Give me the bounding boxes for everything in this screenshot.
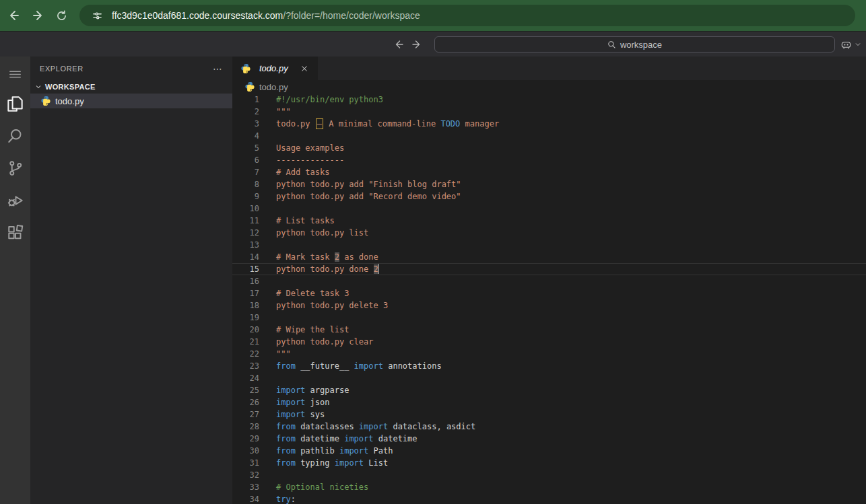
browser-refresh-button[interactable] [51,5,71,26]
workspace-section-header[interactable]: WORKSPACE [30,80,232,94]
code-line-30[interactable]: 30from pathlib import Path [232,445,866,457]
code-line-15[interactable]: 15python todo.py done 2 [232,263,866,275]
editor-back-button[interactable] [391,36,407,52]
site-info-button[interactable] [88,6,106,25]
code-text: python todo.py add "Record demo video" [276,190,461,203]
activity-search[interactable] [0,120,30,152]
code-line-25[interactable]: 25import argparse [232,384,866,396]
browser-forward-button[interactable] [28,5,48,26]
code-line-27[interactable]: 27import sys [232,408,866,421]
line-number[interactable]: 19 [232,312,259,324]
line-number[interactable]: 7 [232,166,259,178]
code-line-4[interactable]: 4 [232,130,866,142]
line-number[interactable]: 18 [232,299,259,312]
code-line-24[interactable]: 24 [232,372,866,384]
more-actions-icon[interactable]: ⋯ [213,63,223,74]
line-number[interactable]: 26 [232,396,259,408]
line-number[interactable]: 3 [232,118,259,130]
file-label: todo.py [55,96,84,106]
line-number[interactable]: 23 [232,360,259,372]
code-line-22[interactable]: 22""" [232,348,866,360]
activity-run-debug[interactable] [0,184,30,217]
breadcrumb-file[interactable]: todo.py [259,82,288,92]
line-number[interactable]: 16 [232,275,259,287]
code-line-28[interactable]: 28from dataclasses import dataclass, asd… [232,421,866,433]
code-line-34[interactable]: 34try: [232,493,866,504]
activity-extensions[interactable] [0,217,30,249]
code-line-17[interactable]: 17# Delete task 3 [232,287,866,299]
editor-group: todo.py todo.py 1#!/usr/bin/env python32… [232,57,866,504]
menu-button[interactable] [0,61,30,87]
code-line-8[interactable]: 8python todo.py add "Finish blog draft" [232,178,866,190]
account-menu[interactable] [840,36,862,53]
line-number[interactable]: 33 [232,481,259,493]
code-line-31[interactable]: 31from typing import List [232,457,866,469]
close-tab-button[interactable] [298,62,311,75]
code-editor[interactable]: 1#!/usr/bin/env python32"""3todo.py – A … [232,94,866,504]
code-line-1[interactable]: 1#!/usr/bin/env python3 [232,94,866,106]
code-line-3[interactable]: 3todo.py – A minimal command-line TODO m… [232,118,866,130]
code-line-11[interactable]: 11# List tasks [232,215,866,227]
line-number[interactable]: 20 [232,324,259,336]
code-line-7[interactable]: 7# Add tasks [232,166,866,178]
line-number[interactable]: 11 [232,215,259,227]
line-number[interactable]: 34 [232,493,259,504]
line-number[interactable]: 2 [232,106,259,118]
code-text: # Mark task 2 as done [276,251,378,263]
code-line-32[interactable]: 32 [232,469,866,481]
code-line-29[interactable]: 29from datetime import datetime [232,433,866,445]
line-number[interactable]: 21 [232,336,259,348]
line-number[interactable]: 13 [232,239,259,251]
line-number[interactable]: 28 [232,421,259,433]
line-number[interactable]: 30 [232,445,259,457]
code-line-21[interactable]: 21python todo.py clear [232,336,866,348]
code-line-6[interactable]: 6-------------- [232,154,866,166]
code-line-9[interactable]: 9python todo.py add "Record demo video" [232,190,866,203]
activity-source-control[interactable] [0,152,30,184]
line-number[interactable]: 8 [232,178,259,190]
code-line-14[interactable]: 14# Mark task 2 as done [232,251,866,263]
line-number[interactable]: 10 [232,203,259,215]
code-line-23[interactable]: 23from __future__ import annotations [232,360,866,372]
line-number[interactable]: 27 [232,408,259,421]
tune-sliders-icon [92,10,103,22]
line-number[interactable]: 22 [232,348,259,360]
code-line-18[interactable]: 18python todo.py delete 3 [232,299,866,312]
code-line-13[interactable]: 13 [232,239,866,251]
line-number[interactable]: 9 [232,190,259,203]
code-line-16[interactable]: 16 [232,275,866,287]
line-number[interactable]: 24 [232,372,259,384]
line-number[interactable]: 6 [232,154,259,166]
line-number[interactable]: 25 [232,384,259,396]
line-number[interactable]: 4 [232,130,259,142]
command-center-label: workspace [620,40,662,50]
file-row-todo.py[interactable]: todo.py [30,94,232,108]
line-number[interactable]: 5 [232,142,259,154]
code-line-19[interactable]: 19 [232,312,866,324]
line-number[interactable]: 1 [232,94,259,106]
code-line-2[interactable]: 2""" [232,106,866,118]
tab-todo-py[interactable]: todo.py [232,57,318,80]
line-number[interactable]: 12 [232,227,259,239]
address-bar[interactable]: ffc3d9c1e0daf681.code.coursestack.com/?f… [79,5,855,26]
browser-back-button[interactable] [3,5,24,26]
line-number[interactable]: 31 [232,457,259,469]
code-line-10[interactable]: 10 [232,203,866,215]
code-line-20[interactable]: 20# Wipe the list [232,324,866,336]
url-text[interactable]: ffc3d9c1e0daf681.code.coursestack.com/?f… [112,10,420,21]
line-number[interactable]: 14 [232,251,259,263]
code-text: # Optional niceties [276,481,368,493]
line-number[interactable]: 29 [232,433,259,445]
code-text: from typing import List [276,457,388,469]
code-line-33[interactable]: 33# Optional niceties [232,481,866,493]
code-line-5[interactable]: 5Usage examples [232,142,866,154]
line-number[interactable]: 15 [232,263,259,275]
command-center-search[interactable]: workspace [434,36,835,52]
code-line-26[interactable]: 26import json [232,396,866,408]
line-number[interactable]: 17 [232,287,259,299]
chevron-down-icon [854,40,862,48]
editor-forward-button[interactable] [409,36,425,52]
line-number[interactable]: 32 [232,469,259,481]
code-line-12[interactable]: 12python todo.py list [232,227,866,239]
activity-explorer[interactable] [0,87,30,120]
